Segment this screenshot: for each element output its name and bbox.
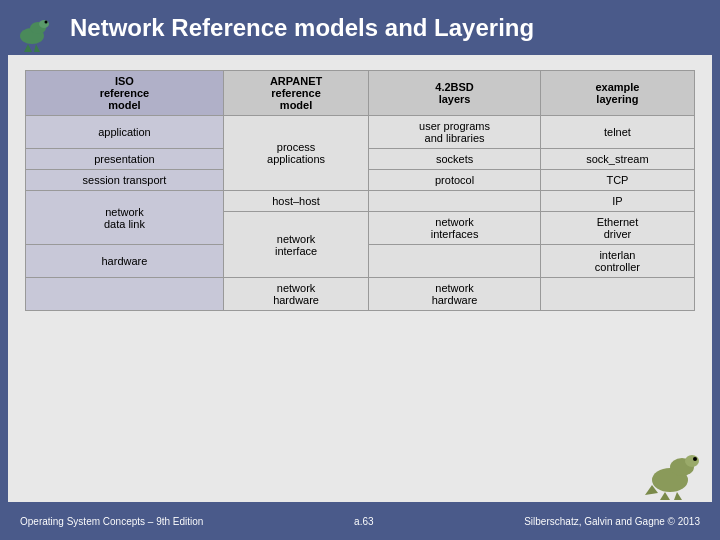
- cell-example-ip: IP: [540, 191, 694, 212]
- footer-center: a.63: [354, 516, 373, 527]
- slide-header: Network Reference models and Layering: [0, 0, 720, 55]
- cell-example-interlan: interlan controller: [540, 245, 694, 278]
- svg-point-3: [45, 21, 48, 24]
- cell-example-telnet: telnet: [540, 116, 694, 149]
- cell-bsd-sockets: sockets: [369, 149, 541, 170]
- table-row: application process applications user pr…: [26, 116, 695, 149]
- cell-iso-presentation: presentation: [26, 149, 224, 170]
- table-container: ISO reference model ARPANET reference mo…: [25, 70, 695, 487]
- cell-arpa-nethw: network hardware: [223, 278, 368, 311]
- svg-marker-11: [674, 492, 682, 500]
- main-content: ISO reference model ARPANET reference mo…: [0, 55, 720, 502]
- cell-arpa-netif: network interface: [223, 212, 368, 278]
- cell-iso-hardware: hardware: [26, 245, 224, 278]
- svg-marker-4: [24, 44, 32, 52]
- cell-arpa-process: process applications: [223, 116, 368, 191]
- cell-bsd-empty2: [369, 245, 541, 278]
- cell-arpa-hosthost: host–host: [223, 191, 368, 212]
- header-title: Network Reference models and Layering: [70, 14, 534, 42]
- table-row: network hardware network hardware: [26, 278, 695, 311]
- cell-bsd-protocol: protocol: [369, 170, 541, 191]
- cell-bsd-empty1: [369, 191, 541, 212]
- cell-bsd-nethw: network hardware: [369, 278, 541, 311]
- table-header-row: ISO reference model ARPANET reference mo…: [26, 71, 695, 116]
- cell-bsd-netifs: network interfaces: [369, 212, 541, 245]
- table-row: network data link host–host IP: [26, 191, 695, 212]
- svg-point-9: [693, 457, 697, 461]
- svg-point-2: [39, 20, 49, 28]
- cell-example-tcp: TCP: [540, 170, 694, 191]
- svg-marker-10: [660, 492, 670, 500]
- svg-marker-5: [34, 44, 40, 52]
- svg-point-8: [685, 455, 699, 467]
- right-accent-bar: [712, 55, 720, 502]
- dino-bottom-icon: [640, 445, 700, 500]
- cell-iso-session: session transport: [26, 170, 224, 191]
- col-arpanet: ARPANET reference model: [223, 71, 368, 116]
- col-example: example layering: [540, 71, 694, 116]
- cell-example-sockstream: sock_stream: [540, 149, 694, 170]
- cell-example-ethernet: Ethernet driver: [540, 212, 694, 245]
- cell-bsd-userprog: user programs and libraries: [369, 116, 541, 149]
- col-iso: ISO reference model: [26, 71, 224, 116]
- footer-left: Operating System Concepts – 9th Edition: [20, 516, 203, 527]
- cell-iso-empty1: network data link: [26, 191, 224, 245]
- dino-top-icon: [8, 6, 56, 54]
- footer-right: Silberschatz, Galvin and Gagne © 2013: [524, 516, 700, 527]
- slide: Network Reference models and Layering IS…: [0, 0, 720, 540]
- cell-iso-application: application: [26, 116, 224, 149]
- left-accent-bar: [0, 55, 8, 502]
- col-bsd: 4.2BSD layers: [369, 71, 541, 116]
- slide-footer: Operating System Concepts – 9th Edition …: [0, 502, 720, 540]
- cell-example-empty: [540, 278, 694, 311]
- cell-iso-empty2: [26, 278, 224, 311]
- reference-model-table: ISO reference model ARPANET reference mo…: [25, 70, 695, 311]
